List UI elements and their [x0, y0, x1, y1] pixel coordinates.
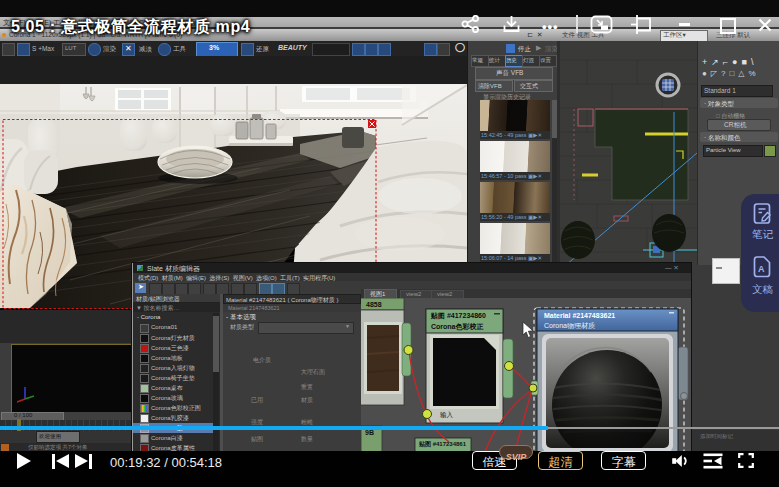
svg-text:A: A: [758, 264, 765, 274]
